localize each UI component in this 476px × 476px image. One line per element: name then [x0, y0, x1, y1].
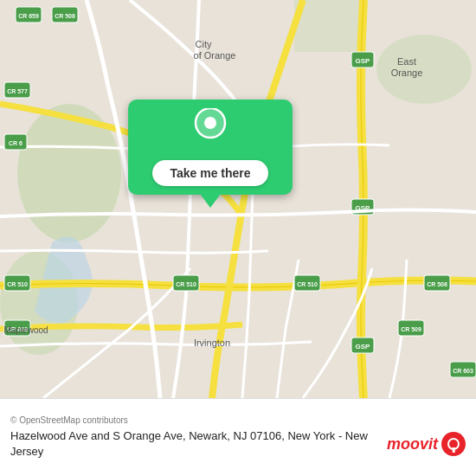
svg-text:CR 659: CR 659 — [18, 13, 39, 19]
svg-text:of Orange: of Orange — [194, 50, 236, 61]
svg-text:City: City — [196, 39, 212, 49]
svg-rect-3 — [294, 0, 363, 52]
moovit-icon — [441, 432, 466, 456]
svg-text:CR 508: CR 508 — [427, 281, 447, 287]
svg-text:Maplewood: Maplewood — [3, 325, 48, 335]
address-text: Hazelwood Ave and S Orange Ave, Newark, … — [10, 428, 378, 459]
moovit-logo: moovit — [387, 432, 466, 456]
svg-text:East: East — [397, 56, 416, 67]
bottom-bar: © OpenStreetMap contributors Hazelwood A… — [0, 398, 476, 476]
svg-text:CR 510: CR 510 — [297, 281, 318, 287]
svg-text:Irvington: Irvington — [194, 338, 230, 348]
attribution: © OpenStreetMap contributors — [10, 415, 466, 425]
map-popup[interactable]: Take me there — [128, 100, 293, 208]
svg-text:CR 510: CR 510 — [176, 281, 196, 287]
popup-tail — [200, 194, 221, 208]
moovit-icon-inner — [447, 438, 460, 450]
map-container: GSP GSP GSP CR 659 CR 508 CR 577 — [0, 0, 476, 398]
svg-text:GSP: GSP — [356, 57, 371, 65]
take-me-there-button[interactable]: Take me there — [152, 160, 267, 186]
location-pin-icon — [194, 108, 227, 150]
popup-box[interactable]: Take me there — [128, 100, 293, 195]
svg-text:CR 6: CR 6 — [9, 140, 23, 146]
svg-text:CR 603: CR 603 — [453, 368, 473, 374]
svg-text:CR 510: CR 510 — [7, 281, 28, 287]
svg-text:CR 508: CR 508 — [55, 13, 75, 19]
svg-text:Orange: Orange — [391, 68, 423, 78]
svg-point-41 — [204, 117, 216, 129]
moovit-text: moovit — [387, 435, 438, 453]
svg-text:CR 577: CR 577 — [7, 88, 28, 94]
svg-text:GSP: GSP — [356, 343, 371, 351]
svg-text:CR 509: CR 509 — [401, 326, 421, 332]
bottom-info-row: Hazelwood Ave and S Orange Ave, Newark, … — [10, 428, 466, 459]
